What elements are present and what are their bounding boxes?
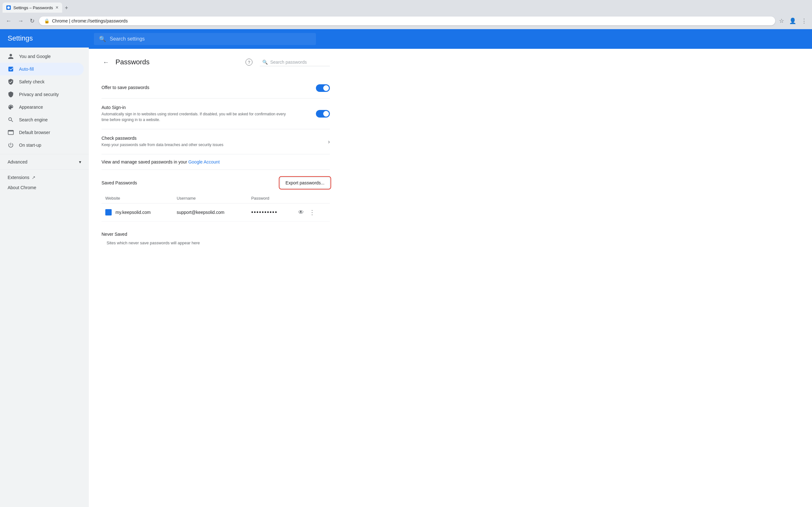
column-username: Username bbox=[173, 193, 247, 204]
sidebar-about-label: About Chrome bbox=[8, 185, 36, 190]
search-passwords-icon: 🔍 bbox=[262, 60, 268, 65]
sidebar-divider bbox=[0, 154, 89, 154]
sidebar-item-privacy-security[interactable]: Privacy and security bbox=[0, 88, 84, 101]
never-saved-description: Sites which never save passwords will ap… bbox=[101, 240, 330, 245]
sidebar-advanced[interactable]: Advanced ▾ bbox=[0, 157, 89, 167]
bookmark-button[interactable]: ☆ bbox=[778, 16, 785, 26]
lock-icon: 🔒 bbox=[44, 18, 49, 23]
url-display: Chrome | chrome://settings/passwords bbox=[52, 18, 770, 23]
tab-favicon bbox=[6, 5, 11, 10]
settings-title: Settings bbox=[0, 29, 89, 48]
refresh-button[interactable]: ↻ bbox=[28, 16, 37, 26]
more-options-button[interactable]: ⋮ bbox=[308, 207, 316, 217]
autofill-icon bbox=[8, 66, 14, 72]
offer-to-save-toggle[interactable] bbox=[316, 84, 330, 92]
google-account-section: View and manage saved passwords in your … bbox=[101, 154, 330, 170]
palette-icon bbox=[8, 104, 14, 110]
startup-icon bbox=[8, 142, 14, 148]
auto-signin-row: Auto Sign-in Automatically sign in to we… bbox=[101, 99, 330, 129]
table-row: my.keepsolid.com support@keepsolid.com •… bbox=[101, 204, 330, 222]
check-passwords-title: Check passwords bbox=[101, 135, 328, 141]
auto-signin-description: Automatically sign in to websites using … bbox=[101, 111, 292, 123]
account-button[interactable]: 👤 bbox=[788, 16, 798, 26]
auto-signin-title: Auto Sign-in bbox=[101, 105, 316, 110]
sidebar-label-auto-fill: Auto-fill bbox=[19, 66, 34, 72]
sidebar-extensions[interactable]: Extensions ↗ bbox=[0, 172, 89, 182]
show-password-button[interactable]: 👁 bbox=[297, 208, 305, 217]
sidebar-advanced-label: Advanced bbox=[8, 159, 27, 164]
never-saved-section: Never Saved Sites which never save passw… bbox=[101, 232, 330, 245]
check-passwords-arrow: › bbox=[328, 138, 330, 145]
search-icon: 🔍 bbox=[99, 36, 106, 43]
password-dots: •••••••••• bbox=[251, 209, 277, 216]
site-favicon bbox=[105, 209, 112, 216]
saved-passwords-title: Saved Passwords bbox=[101, 180, 137, 185]
sidebar-label-privacy-security: Privacy and security bbox=[19, 92, 59, 97]
site-url: my.keepsolid.com bbox=[115, 210, 151, 215]
back-button[interactable]: ← bbox=[4, 16, 13, 26]
column-password: Password bbox=[247, 193, 293, 204]
column-website: Website bbox=[101, 193, 173, 204]
auto-signin-toggle[interactable] bbox=[316, 110, 330, 118]
sidebar-item-appearance[interactable]: Appearance bbox=[0, 101, 84, 113]
sidebar-item-auto-fill[interactable]: Auto-fill bbox=[0, 63, 84, 75]
sidebar-label-default-browser: Default browser bbox=[19, 130, 50, 135]
google-account-text: View and manage saved passwords in your bbox=[101, 159, 189, 164]
person-icon bbox=[8, 53, 14, 60]
offer-to-save-title: Offer to save passwords bbox=[101, 85, 316, 90]
svg-rect-2 bbox=[8, 130, 14, 131]
chevron-down-icon: ▾ bbox=[79, 159, 81, 164]
search-passwords-input[interactable] bbox=[270, 60, 327, 65]
menu-button[interactable]: ⋮ bbox=[800, 16, 808, 26]
check-passwords-description: Keep your passwords safe from data breac… bbox=[101, 142, 292, 148]
tab-title: Settings – Passwords bbox=[13, 5, 53, 10]
browser-tab[interactable]: Settings – Passwords × bbox=[3, 3, 62, 13]
offer-to-save-row: Offer to save passwords bbox=[101, 78, 330, 99]
sidebar-item-safety-check[interactable]: Safety check bbox=[0, 75, 84, 88]
sidebar-item-search-engine[interactable]: Search engine bbox=[0, 113, 84, 126]
search-engine-icon bbox=[8, 117, 14, 123]
sidebar-label-on-startup: On start-up bbox=[19, 143, 41, 148]
privacy-icon bbox=[8, 91, 14, 98]
sidebar-item-default-browser[interactable]: Default browser bbox=[0, 126, 84, 139]
sidebar-label-appearance: Appearance bbox=[19, 105, 43, 110]
sidebar-extensions-label: Extensions bbox=[8, 175, 29, 180]
saved-passwords-section: Saved Passwords Export passwords... Webs… bbox=[101, 177, 330, 222]
passwords-table: Website Username Password bbox=[101, 193, 330, 222]
shield-icon bbox=[8, 78, 14, 85]
sidebar-label-you-and-google: You and Google bbox=[19, 54, 51, 59]
export-passwords-button[interactable]: Export passwords... bbox=[280, 177, 330, 188]
forward-button[interactable]: → bbox=[16, 16, 26, 26]
sidebar-item-you-and-google[interactable]: You and Google bbox=[0, 50, 84, 63]
sidebar-about-chrome[interactable]: About Chrome bbox=[0, 182, 89, 193]
help-icon-button[interactable]: ? bbox=[243, 56, 255, 68]
settings-search-input[interactable] bbox=[110, 36, 311, 42]
check-passwords-row[interactable]: Check passwords Keep your passwords safe… bbox=[101, 129, 330, 154]
passwords-back-button[interactable]: ← bbox=[101, 57, 110, 67]
sidebar-label-safety-check: Safety check bbox=[19, 79, 44, 84]
google-account-link[interactable]: Google Account bbox=[189, 159, 220, 164]
sidebar-label-search-engine: Search engine bbox=[19, 117, 48, 122]
username-cell: support@keepsolid.com bbox=[173, 204, 247, 222]
tab-close-button[interactable]: × bbox=[55, 5, 58, 10]
help-icon: ? bbox=[246, 59, 252, 66]
passwords-title: Passwords bbox=[115, 58, 238, 66]
svg-point-0 bbox=[7, 6, 10, 9]
browser-icon bbox=[8, 129, 14, 135]
sidebar-item-on-startup[interactable]: On start-up bbox=[0, 139, 84, 152]
new-tab-button[interactable]: + bbox=[62, 3, 71, 13]
search-passwords-box: 🔍 bbox=[260, 58, 330, 66]
sidebar-divider-2 bbox=[0, 170, 89, 170]
never-saved-title: Never Saved bbox=[101, 232, 330, 237]
external-link-icon: ↗ bbox=[32, 175, 36, 180]
address-bar[interactable]: 🔒 Chrome | chrome://settings/passwords bbox=[39, 16, 775, 25]
